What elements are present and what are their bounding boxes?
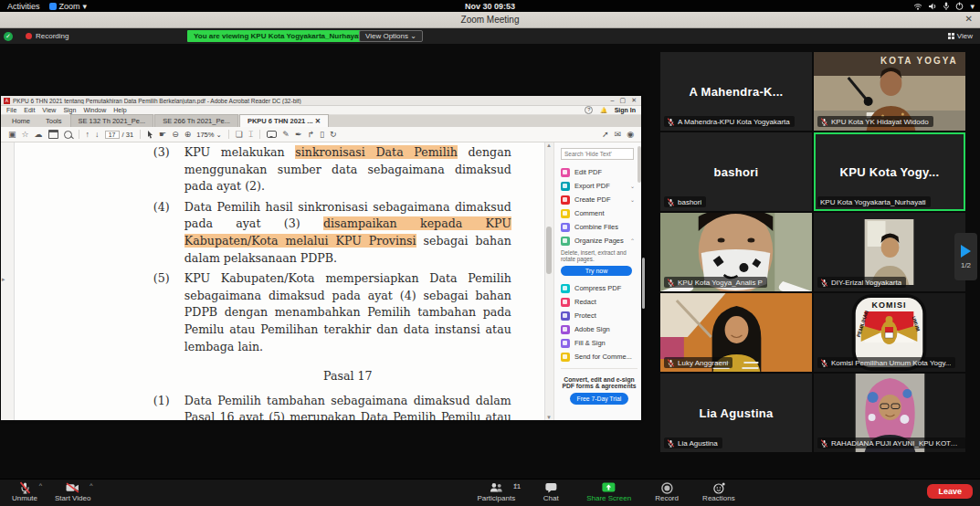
system-tray[interactable]: ▾ — [913, 2, 975, 11]
tab-se-132-th-2021-pe-[interactable]: SE 132 Th 2021_Pe... — [70, 114, 154, 127]
view-button[interactable]: View — [948, 32, 973, 40]
paragraph-number: (1) — [153, 393, 184, 420]
page-down-icon[interactable]: ↓ — [95, 130, 100, 139]
participants-button[interactable]: ^11Participants — [477, 481, 515, 502]
clock[interactable]: Nov 30 09:53 — [465, 2, 515, 11]
gallery-next-page-button[interactable]: 1/2 — [954, 233, 977, 280]
encryption-shield-icon[interactable]: ✓ — [4, 32, 13, 41]
panel-tool-protect[interactable]: Protect — [561, 309, 638, 322]
zoom-in-icon[interactable]: ⊕ — [184, 130, 192, 139]
panel-tool-send-for-comme-[interactable]: Send for Comme... — [561, 350, 638, 364]
scroll-down-icon[interactable]: ▼ — [546, 415, 552, 420]
record-button[interactable]: Record — [651, 481, 682, 502]
fit-width-icon[interactable]: ⌶ — [248, 130, 253, 140]
acrobat-titlebar: A PKPU 6 THN 2021 tentang Pemutakhiran D… — [1, 96, 641, 106]
panel-tool-label: Compress PDF — [574, 284, 638, 292]
panel-resize-handle[interactable] — [642, 258, 645, 309]
participant-tile[interactable]: Luky Anggraeni — [660, 293, 812, 372]
panel-tool-compress-pdf[interactable]: Compress PDF — [561, 281, 638, 295]
menu-window[interactable]: Window — [83, 107, 106, 113]
zoom-level-select[interactable]: 175% ⌄ — [196, 131, 222, 139]
acrobat-nav-strip[interactable]: ▸ — [1, 142, 15, 420]
send-tool-icon[interactable]: ↱ — [307, 130, 314, 139]
zoom-out-icon[interactable]: ⊖ — [172, 130, 179, 139]
panel-tool-organize-pages[interactable]: Organize Pages⌃ — [561, 234, 638, 248]
profile-icon[interactable]: ◉ — [627, 130, 634, 139]
close-icon[interactable]: ✕ — [965, 14, 973, 24]
tab-se-266-th-2021-pe-[interactable]: SE 266 Th 2021_Pe... — [154, 114, 238, 127]
star-icon[interactable]: ☆ — [22, 130, 29, 139]
view-options-button[interactable]: View Options ⌄ — [359, 30, 423, 42]
unmute-button[interactable]: ^Unmute — [9, 481, 40, 502]
scrollbar-thumb[interactable] — [546, 227, 552, 274]
activities-button[interactable]: Activities — [7, 2, 40, 11]
leave-button[interactable]: Leave — [927, 484, 973, 499]
participant-tile[interactable]: A Mahendra-K...A Mahendra-KPU Kota Yogya… — [660, 52, 812, 131]
panel-tool-redact[interactable]: Redact — [561, 295, 638, 309]
tab-home[interactable]: Home — [5, 115, 37, 127]
participant-tile[interactable]: KPU Kota Yogy...KPU Kota Yogyakarta_Nurh… — [814, 132, 965, 211]
cloud-upload-icon[interactable]: ☁ — [35, 130, 43, 139]
panel-tool-edit-pdf[interactable]: Edit PDF — [561, 165, 638, 179]
panel-expander-icon[interactable]: ▸ — [2, 276, 5, 283]
reactions-button[interactable]: Reactions — [702, 481, 735, 502]
participant-label: KPU Kota Yogyakarta_Nurhayati — [817, 196, 931, 207]
sign-tool-icon[interactable]: ✒ — [295, 130, 302, 139]
panel-tool-adobe-sign[interactable]: Adobe Sign — [561, 322, 638, 336]
share-screen-button[interactable]: Share Screen — [586, 481, 631, 502]
document-scrollbar[interactable]: ▲ ▼ — [544, 142, 553, 420]
menu-edit[interactable]: Edit — [24, 107, 35, 113]
print-icon[interactable] — [48, 130, 58, 139]
pencil-tool-icon[interactable]: ✎ — [282, 130, 290, 139]
free-trial-button[interactable]: Free 7-Day Trial — [570, 393, 628, 405]
help-icon[interactable]: ? — [585, 106, 593, 114]
acrobat-toolbar: ▣ ☆ ☁ ↑ ↓ 17 / 31 — [1, 127, 641, 142]
stamp-tool-icon[interactable]: ▯ — [320, 130, 324, 139]
tools-search-input[interactable] — [561, 148, 634, 160]
chat-button[interactable]: Chat — [535, 481, 566, 502]
panel-tool-create-pdf[interactable]: Create PDF⌄ — [561, 193, 638, 206]
email-icon[interactable]: ✉ — [615, 130, 622, 139]
recording-indicator[interactable]: Recording — [26, 32, 68, 40]
menu-view[interactable]: View — [42, 107, 56, 113]
bell-icon[interactable]: 🔔 — [600, 107, 607, 113]
menu-sign[interactable]: Sign — [63, 107, 76, 113]
fit-page-icon[interactable]: ❏ — [236, 130, 243, 139]
rotate-tool-icon[interactable]: ↻ — [330, 130, 337, 139]
menu-help[interactable]: Help — [113, 107, 126, 113]
menu-file[interactable]: File — [6, 107, 16, 113]
chevron-up-icon[interactable]: ^ — [90, 482, 92, 489]
page-number-input[interactable]: 17 — [105, 131, 120, 139]
start-video-button[interactable]: ^Start Video — [55, 481, 90, 502]
participant-tile[interactable]: Lia AgustinaLia Agustina — [660, 374, 812, 452]
scroll-up-icon[interactable]: ▲ — [546, 142, 552, 148]
sign-in-button[interactable]: Sign In — [615, 107, 636, 113]
participant-tile[interactable]: RAHADIANA PUJI AYUNI_KPU KOTA ... — [814, 374, 965, 452]
participant-tile[interactable]: KPU Kota Yogya_Analis P — [660, 213, 812, 291]
chat-icon — [545, 481, 557, 494]
pdf-document[interactable]: (3)KPU melakukan sinkronisasi Data Pemil… — [15, 142, 544, 420]
acrobat-window-buttons[interactable]: –▢✕ — [611, 97, 637, 104]
panel-scrollbar[interactable] — [638, 146, 641, 183]
try-now-button[interactable]: Try now — [561, 266, 632, 276]
panel-tool-fill-sign[interactable]: Fill & Sign — [561, 336, 638, 350]
app-menu[interactable]: Zoom ▾ — [49, 2, 88, 11]
page-up-icon[interactable]: ↑ — [86, 130, 90, 139]
document-paragraph: (1)Data Pemilih tambahan sebagaimana dim… — [153, 393, 511, 420]
participant-tile[interactable]: bashoribashori — [660, 132, 812, 211]
share-file-icon[interactable]: ➚ — [602, 130, 609, 139]
comment-tool-icon[interactable] — [267, 131, 277, 138]
panel-tool-combine-files[interactable]: Combine Files — [561, 220, 638, 234]
save-icon[interactable]: ▣ — [8, 130, 16, 139]
panel-tool-comment[interactable]: Comment — [561, 206, 638, 220]
tab-tools[interactable]: Tools — [38, 115, 69, 127]
select-tool-icon[interactable] — [147, 131, 153, 139]
search-icon[interactable] — [64, 131, 72, 139]
chevron-up-icon[interactable]: ^ — [39, 482, 42, 489]
tab-pkpu-6-thn-2021-[interactable]: PKPU 6 THN 2021 ... ✕ — [239, 114, 329, 127]
hand-tool-icon[interactable]: ☛ — [159, 130, 166, 139]
panel-tool-export-pdf[interactable]: Export PDF⌄ — [561, 179, 638, 193]
participant-tile[interactable]: KOTA YOGYAKPU Kota YK Hidayat Widodo — [814, 52, 965, 131]
participant-tile[interactable]: DIY-Erizal Yogyakarta — [814, 213, 965, 291]
participant-tile[interactable]: KOMISIPEMILIHANUMUMKomisi Pemilihan Umum… — [814, 293, 965, 372]
